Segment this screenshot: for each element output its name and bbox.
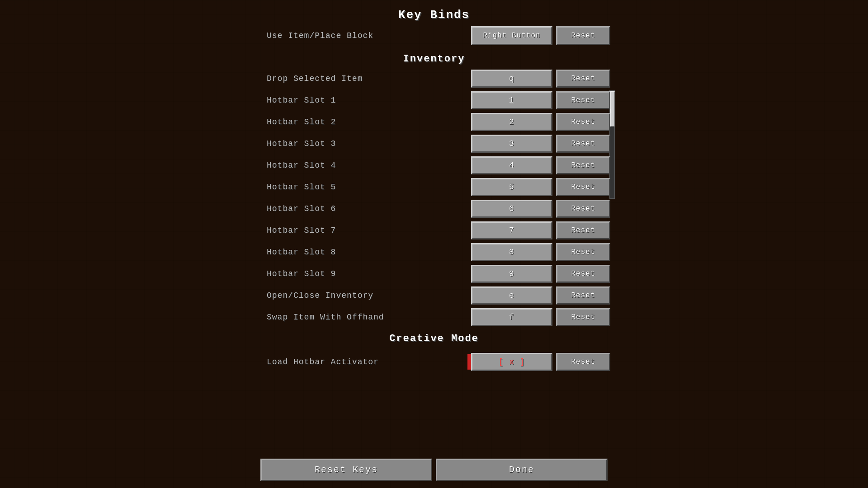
reset-button-hotbar-1[interactable]: Reset [556,91,610,109]
bind-button-hotbar-6[interactable]: 6 [471,200,552,218]
scrollbar-thumb[interactable] [610,91,615,127]
keybind-row-hotbar-8: Hotbar Slot 8 8 Reset [258,242,610,263]
top-keybind-label: Use Item/Place Block [258,31,471,40]
keybind-label-hotbar-5: Hotbar Slot 5 [258,183,471,192]
creative-section: Load Hotbar Activator [ x ] Reset [258,352,610,372]
keybind-row-load-hotbar: Load Hotbar Activator [ x ] Reset [258,352,610,372]
conflict-indicator [467,354,471,370]
keybind-label-hotbar-1: Hotbar Slot 1 [258,96,471,105]
top-bind-button[interactable]: Right Button [471,26,552,45]
inventory-section-header: Inventory [258,53,610,65]
keybind-row-hotbar-6: Hotbar Slot 6 6 Reset [258,198,610,219]
inventory-keybind-list: Drop Selected Item q Reset Hotbar Slot 1… [258,68,610,328]
reset-button-hotbar-8[interactable]: Reset [556,243,610,261]
reset-button-hotbar-3[interactable]: Reset [556,135,610,153]
bind-button-swap-offhand[interactable]: f [471,308,552,326]
keybind-row-hotbar-1: Hotbar Slot 1 1 Reset [258,90,610,111]
reset-button-hotbar-4[interactable]: Reset [556,156,610,174]
bind-button-hotbar-5[interactable]: 5 [471,178,552,196]
keybind-label-swap-offhand: Swap Item With Offhand [258,313,471,322]
keybind-row-hotbar-2: Hotbar Slot 2 2 Reset [258,112,610,132]
reset-button-load-hotbar[interactable]: Reset [556,353,610,371]
bind-button-hotbar-4[interactable]: 4 [471,156,552,174]
bind-button-load-hotbar[interactable]: [ x ] [471,353,552,371]
keybind-label-hotbar-4: Hotbar Slot 4 [258,161,471,170]
reset-button-hotbar-6[interactable]: Reset [556,200,610,218]
main-container: Key Binds Use Item/Place Block Right But… [258,0,610,372]
bind-button-hotbar-2[interactable]: 2 [471,113,552,131]
keybind-row-hotbar-4: Hotbar Slot 4 4 Reset [258,155,610,176]
reset-button-open-inventory[interactable]: Reset [556,286,610,305]
keybind-label-hotbar-6: Hotbar Slot 6 [258,204,471,213]
keybind-row-drop-selected: Drop Selected Item q Reset [258,68,610,89]
reset-button-hotbar-5[interactable]: Reset [556,178,610,196]
keybind-label-hotbar-8: Hotbar Slot 8 [258,248,471,257]
top-reset-button[interactable]: Reset [556,26,610,45]
bind-button-hotbar-3[interactable]: 3 [471,135,552,153]
reset-button-swap-offhand[interactable]: Reset [556,308,610,326]
keybind-label-hotbar-9: Hotbar Slot 9 [258,269,471,278]
reset-button-hotbar-9[interactable]: Reset [556,265,610,283]
keybind-label-hotbar-7: Hotbar Slot 7 [258,226,471,235]
keybind-row-swap-offhand: Swap Item With Offhand f Reset [258,307,610,328]
keybind-row-hotbar-5: Hotbar Slot 5 5 Reset [258,177,610,197]
footer: Reset Keys Done [0,452,868,488]
done-button[interactable]: Done [436,459,608,481]
reset-button-hotbar-7[interactable]: Reset [556,221,610,239]
keybind-row-hotbar-3: Hotbar Slot 3 3 Reset [258,133,610,154]
top-keybind-row: Use Item/Place Block Right Button Reset [258,26,610,45]
reset-button-hotbar-2[interactable]: Reset [556,113,610,131]
keybind-label-hotbar-2: Hotbar Slot 2 [258,117,471,127]
creative-section-header: Creative Mode [258,333,610,344]
keybind-row-hotbar-9: Hotbar Slot 9 9 Reset [258,263,610,284]
reset-button-drop-selected[interactable]: Reset [556,70,610,88]
keybind-row-open-inventory: Open/Close Inventory e Reset [258,285,610,306]
bind-button-open-inventory[interactable]: e [471,286,552,305]
bind-button-hotbar-7[interactable]: 7 [471,221,552,239]
bind-button-hotbar-9[interactable]: 9 [471,265,552,283]
keybind-label-open-inventory: Open/Close Inventory [258,291,471,300]
keybind-label-drop-selected: Drop Selected Item [258,74,471,83]
page-title: Key Binds [398,8,470,22]
keybind-label-load-hotbar: Load Hotbar Activator [258,357,471,366]
bind-button-hotbar-8[interactable]: 8 [471,243,552,261]
bind-button-hotbar-1[interactable]: 1 [471,91,552,109]
reset-keys-button[interactable]: Reset Keys [260,459,432,481]
keybind-label-hotbar-3: Hotbar Slot 3 [258,139,471,148]
bind-button-drop-selected[interactable]: q [471,70,552,88]
keybind-row-hotbar-7: Hotbar Slot 7 7 Reset [258,220,610,241]
